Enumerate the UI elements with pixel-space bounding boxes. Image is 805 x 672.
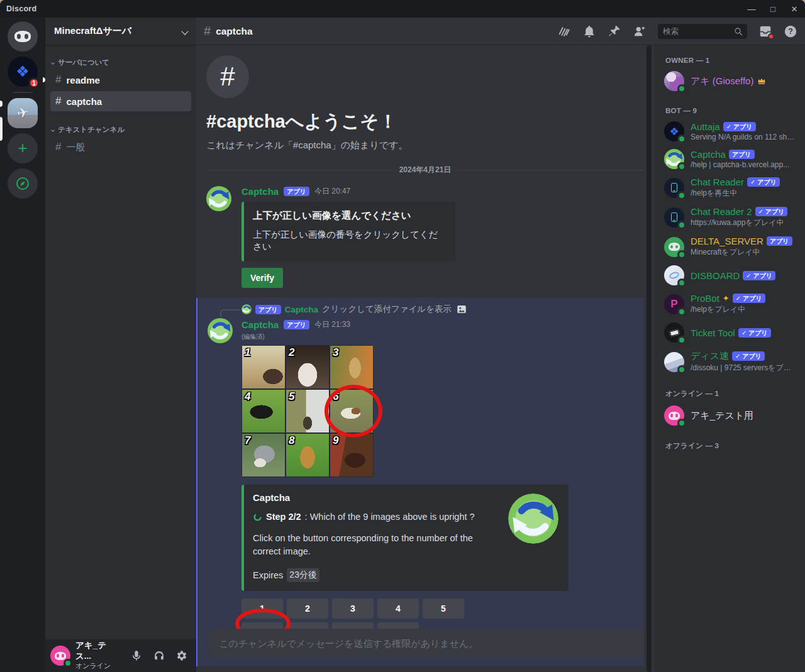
online-status-dot xyxy=(64,659,72,668)
captcha-image-5[interactable]: 5 xyxy=(286,390,329,432)
answer-button-4[interactable]: 4 xyxy=(377,598,419,619)
member-row-delta-server[interactable]: DELTA_SERVER アプリ Minecraftをプレイ中 xyxy=(659,233,800,261)
embed-thumbnail[interactable] xyxy=(508,493,558,544)
step-embed: Captcha Step 2/2 : Which of the 9 images… xyxy=(242,485,569,591)
settings-button[interactable] xyxy=(172,646,191,665)
bell-icon xyxy=(582,25,596,38)
captcha-image-7[interactable]: 7 xyxy=(242,434,285,476)
mic-button[interactable] xyxy=(127,646,146,665)
user-avatar[interactable] xyxy=(50,646,70,666)
user-info[interactable]: アキ_テス... オンライン xyxy=(75,641,122,670)
online-status-dot xyxy=(677,84,686,93)
section-bot: BOT — 9 xyxy=(659,96,800,118)
category-text-channels[interactable]: テキストチャンネル xyxy=(50,121,191,137)
discord-logo-icon xyxy=(14,31,31,42)
deafen-button[interactable] xyxy=(150,646,169,665)
verify-button[interactable]: Verify xyxy=(242,268,283,288)
pin-icon xyxy=(608,25,621,38)
home-button[interactable] xyxy=(8,21,38,52)
reply-reference[interactable]: アプリ Captcha クリックして添付ファイルを表示 xyxy=(242,303,634,316)
member-row-captcha[interactable]: Captcha アプリ /help | captcha-b.vercel.app… xyxy=(659,146,800,172)
member-row-chat-reader[interactable]: Chat Reader ✓ アプリ /helpを再生中 xyxy=(659,174,800,202)
member-list-toggle-button[interactable] xyxy=(633,25,647,38)
close-button[interactable]: ✕ xyxy=(784,0,805,18)
member-row-owner[interactable]: アキ (Gioseffo) xyxy=(659,68,800,94)
server-header[interactable]: MinecraftΔサーバ xyxy=(45,18,196,45)
member-status: /dissoku | 9725 serversをプレ… xyxy=(691,363,795,373)
notification-settings-button[interactable] xyxy=(582,25,596,38)
captcha-image-1[interactable]: 1 xyxy=(242,346,285,388)
answer-button-1[interactable]: 1 xyxy=(242,598,283,619)
inbox-button[interactable] xyxy=(758,25,772,38)
captcha-image-9[interactable]: 9 xyxy=(330,434,373,476)
member-row-aki-test[interactable]: アキ_テスト用 xyxy=(659,402,800,429)
chat-area: # #captchaへようこそ！ これはチャンネル「#captcha」の始まりで… xyxy=(196,45,654,672)
bot-avatar[interactable] xyxy=(208,318,233,343)
member-avatar xyxy=(664,405,684,426)
headset-icon xyxy=(153,649,165,662)
step-label: Step 2/2 xyxy=(266,512,301,522)
chevron-down-icon xyxy=(181,28,188,35)
search-box[interactable] xyxy=(658,24,747,39)
channel-sidebar: MinecraftΔサーバ サーバについて # readme # captcha… xyxy=(45,18,196,672)
pinned-messages-button[interactable] xyxy=(608,25,621,38)
date-divider: 2024年4月21日 xyxy=(206,165,644,175)
minimize-button[interactable]: — xyxy=(741,0,762,18)
captcha-image-2[interactable]: 2 xyxy=(286,346,329,388)
welcome-subtitle: これはチャンネル「#captcha」の始まりです。 xyxy=(206,140,644,151)
channel-readme[interactable]: # readme xyxy=(50,70,191,90)
server-icon-unread[interactable]: ❖ 1 xyxy=(8,57,38,87)
answer-button-5[interactable]: 5 xyxy=(423,598,464,619)
maximize-button[interactable]: □ xyxy=(762,0,784,18)
hash-icon: # xyxy=(204,24,211,38)
search-input[interactable] xyxy=(663,27,733,36)
message-captcha-1: Captcha アプリ 今日 20:47 上下が正しい画像を選んでください 上下… xyxy=(196,184,654,288)
embed-description: 上下が正しい画像の番号をクリックしてください xyxy=(253,229,445,253)
category-server-info[interactable]: サーバについて xyxy=(50,54,191,70)
captcha-image-grid[interactable]: 1 2 3 4 5 6 7 8 9 xyxy=(242,345,374,477)
channel-general[interactable]: # 一般 xyxy=(50,137,191,157)
edited-label: (編集済) xyxy=(242,333,634,341)
member-name: アキ (Gioseffo) xyxy=(691,75,753,87)
captcha-image-6[interactable]: 6 xyxy=(330,390,373,432)
app-badge: ✓ アプリ xyxy=(755,207,788,216)
member-avatar: P xyxy=(664,294,684,314)
message-author[interactable]: Captcha xyxy=(242,319,279,330)
add-server-button[interactable]: + xyxy=(8,133,38,163)
answer-button-2[interactable]: 2 xyxy=(287,598,328,619)
member-status: /helpをプレイ中 xyxy=(691,304,795,315)
image-number: 7 xyxy=(245,434,250,447)
member-row-disboard[interactable]: DISBOARD ✓ アプリ xyxy=(659,262,800,289)
channel-captcha[interactable]: # captcha xyxy=(50,91,191,111)
captcha-image-8[interactable]: 8 xyxy=(286,434,329,476)
captcha-image-4[interactable]: 4 xyxy=(242,390,285,432)
member-row-ticket-tool[interactable]: Ticket Tool ✓ アプリ xyxy=(659,319,800,346)
chat-scrollbar[interactable] xyxy=(647,45,652,672)
help-button[interactable] xyxy=(784,25,797,38)
help-icon xyxy=(784,25,797,38)
channel-welcome: # #captchaへようこそ！ これはチャンネル「#captcha」の始まりで… xyxy=(196,45,654,151)
server-icon-active[interactable]: ✈ xyxy=(8,98,38,128)
explore-servers-button[interactable] xyxy=(8,168,38,199)
member-row-chat-reader-2[interactable]: Chat Reader 2 ✓ アプリ https://kuwa.appをプレイ… xyxy=(659,203,800,231)
answer-button-3[interactable]: 3 xyxy=(332,598,374,619)
message-author[interactable]: Captcha xyxy=(242,186,279,197)
captcha-image-3[interactable]: 3 xyxy=(330,346,373,388)
threads-button[interactable] xyxy=(557,25,571,38)
app-badge: ✓ アプリ xyxy=(732,351,765,361)
category-label: テキストチャンネル xyxy=(58,125,125,135)
online-status-dot xyxy=(677,365,686,374)
member-row-probot[interactable]: P ProBot ✦ ✓ アプリ /helpをプレイ中 xyxy=(659,290,800,318)
member-name: Chat Reader xyxy=(691,177,744,187)
message-input[interactable] xyxy=(219,638,634,649)
inbox-unread-dot xyxy=(768,33,774,40)
member-row-auttaja[interactable]: ❖ Auttaja ✓ アプリ Serving N/A guilds on 11… xyxy=(659,118,800,145)
step-question: : Which of the 9 images above is upright… xyxy=(305,512,475,522)
online-status-dot xyxy=(677,191,686,200)
channel-list: サーバについて # readme # captcha テキストチャンネル # 一… xyxy=(45,45,196,157)
member-status: Serving N/A guilds on 112 sha... xyxy=(691,133,795,141)
bot-avatar[interactable] xyxy=(206,186,231,211)
hash-circle-icon: # xyxy=(206,55,249,98)
window-controls: — □ ✕ xyxy=(741,0,805,18)
member-row-dissoku[interactable]: ディス速 ✓ アプリ /dissoku | 9725 serversをプレ… xyxy=(659,347,800,377)
